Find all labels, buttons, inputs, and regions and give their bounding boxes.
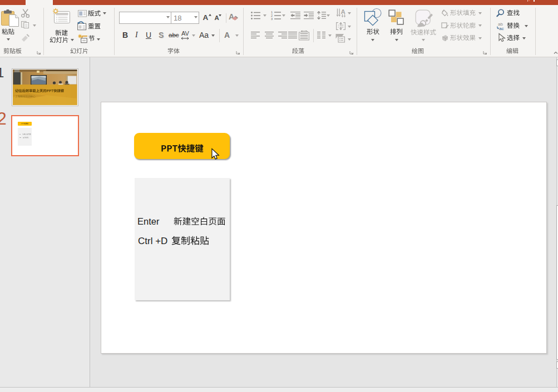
svg-text:3: 3 [271, 17, 273, 21]
svg-text:A: A [340, 8, 345, 14]
svg-text:ac: ac [499, 26, 503, 31]
